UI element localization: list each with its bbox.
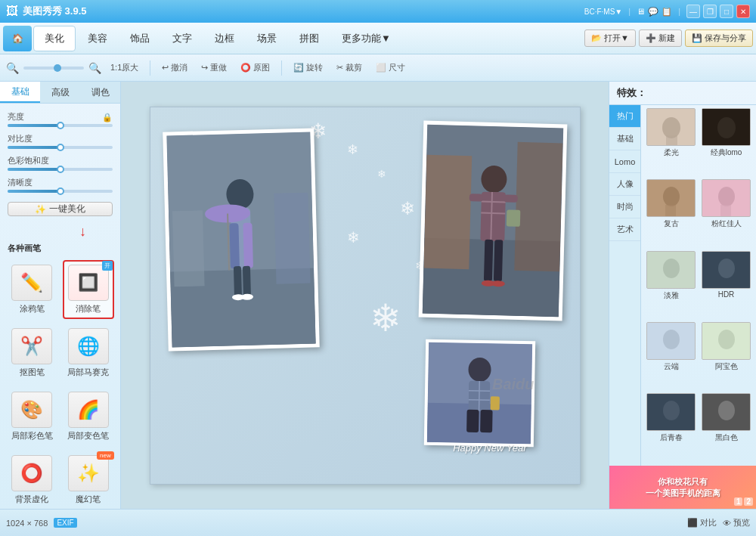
title-bar-left: 🖼 美图秀秀 3.9.5 bbox=[6, 5, 87, 18]
left-tabs: 基础 高级 调色 bbox=[0, 82, 120, 104]
effect-label-retro: 复古 bbox=[664, 218, 679, 229]
maximize-button[interactable]: □ bbox=[720, 5, 733, 18]
svg-point-57 bbox=[663, 330, 680, 349]
menu-item-text[interactable]: 文字 bbox=[162, 26, 203, 51]
new-button[interactable]: ➕ 新建 bbox=[639, 29, 682, 47]
menu-item-accessories[interactable]: 饰品 bbox=[119, 26, 160, 51]
saturation-slider[interactable] bbox=[8, 168, 113, 171]
photo-image-3 bbox=[426, 342, 531, 443]
svg-rect-8 bbox=[233, 266, 241, 296]
svg-rect-24 bbox=[503, 194, 517, 202]
size-icon: ⬜ bbox=[376, 63, 386, 73]
cat-portrait[interactable]: 人像 bbox=[609, 173, 640, 196]
effect-thumb-bw bbox=[702, 393, 751, 431]
ad-nav: 1 2 bbox=[734, 497, 753, 506]
home-button[interactable]: 🏠 bbox=[3, 26, 32, 51]
effect-preview-bw bbox=[702, 394, 751, 431]
size-button[interactable]: ⬜ 尺寸 bbox=[371, 60, 410, 75]
menu-item-more[interactable]: 更多功能▼ bbox=[331, 26, 401, 51]
rotate-button[interactable]: 🔄 旋转 bbox=[289, 60, 327, 75]
zoom-icon: 🔍 bbox=[88, 62, 101, 74]
effect-pink[interactable]: 粉红佳人 bbox=[699, 179, 753, 249]
photo-frame-2 bbox=[418, 120, 567, 321]
cat-lomo[interactable]: Lomo bbox=[609, 150, 640, 173]
brush-item-mosaic[interactable]: 🌐 局部马赛克 bbox=[63, 324, 115, 383]
cat-hot[interactable]: 热门 bbox=[609, 105, 640, 128]
effect-elegant[interactable]: 淡雅 bbox=[644, 251, 698, 321]
cat-art[interactable]: 艺术 bbox=[609, 218, 640, 241]
zoom-thumb[interactable] bbox=[54, 64, 61, 72]
menu-item-collage[interactable]: 拼图 bbox=[289, 26, 330, 51]
menu-item-border[interactable]: 边框 bbox=[204, 26, 245, 51]
effect-hdr[interactable]: HDR bbox=[699, 251, 753, 321]
contrast-slider[interactable] bbox=[8, 146, 113, 149]
effect-bw[interactable]: 黑白色 bbox=[699, 393, 753, 463]
effect-baby[interactable]: 阿宝色 bbox=[699, 322, 753, 392]
close-button[interactable]: ✕ bbox=[736, 5, 750, 18]
svg-rect-5 bbox=[243, 222, 253, 268]
effect-lomo[interactable]: 经典lomo bbox=[699, 108, 753, 178]
menu-item-scene[interactable]: 场景 bbox=[246, 26, 287, 51]
contrast-knob[interactable] bbox=[57, 144, 64, 151]
brush-item-color[interactable]: 🎨 局部彩色笔 bbox=[6, 387, 58, 446]
menu-label-scene: 场景 bbox=[257, 32, 277, 45]
brush-item-cutout[interactable]: ✂️ 抠图笔 bbox=[6, 324, 58, 383]
toolbar: 🔍 🔍 1:1原大 ↩ 撤消 ↪ 重做 ⭕ 原图 🔄 旋转 ✂ 裁剪 ⬜ 尺寸 bbox=[0, 54, 756, 82]
title-bar-right: BC·F·MS▼ | 🖥 💬 📋 | — ❐ □ ✕ bbox=[584, 5, 750, 18]
effects-categories: 热门 基础 Lomo 人像 时尚 艺术 bbox=[609, 105, 641, 466]
brush-item-blur[interactable]: ⭕ 背景虚化 bbox=[6, 451, 58, 509]
app-icon: 🖼 bbox=[6, 5, 18, 18]
open-button[interactable]: 📂 打开▼ bbox=[584, 29, 636, 47]
menu-label-accessories: 饰品 bbox=[130, 32, 150, 45]
sharpness-slider[interactable] bbox=[8, 190, 113, 193]
restore-button[interactable]: ❐ bbox=[703, 5, 717, 18]
ad-banner[interactable]: 你和校花只有一个美图手机的距离 1 2 bbox=[609, 466, 756, 509]
canvas-area[interactable]: ❄ ❄ ❄ ❄ ❄ ❄ ❄ ❄ ❄ ❄ ❄ bbox=[121, 82, 609, 509]
brush-section-title: 各种画笔 bbox=[0, 240, 120, 257]
tab-basic[interactable]: 基础 bbox=[0, 82, 40, 103]
image-size-label: 1024 × 768 bbox=[6, 519, 48, 528]
photo-frame-1 bbox=[163, 128, 320, 351]
redo-button[interactable]: ↪ 重做 bbox=[197, 60, 231, 75]
undo-button[interactable]: ↩ 撤消 bbox=[157, 60, 192, 75]
compare-button[interactable]: ⬛ 对比 bbox=[687, 517, 717, 528]
bc-label: BC·F·MS▼ bbox=[584, 8, 622, 16]
zoom-slider[interactable] bbox=[23, 67, 84, 70]
brush-label-color: 局部彩色笔 bbox=[11, 430, 53, 442]
save-button[interactable]: 💾 保存与分享 bbox=[685, 29, 753, 47]
svg-rect-9 bbox=[242, 265, 250, 296]
cat-fashion[interactable]: 时尚 bbox=[609, 196, 640, 218]
exif-badge[interactable]: EXIF bbox=[54, 518, 76, 528]
auto-beautify-button[interactable]: ✨ 一键美化 bbox=[8, 202, 113, 216]
undo-icon: ↩ bbox=[162, 63, 169, 73]
preview-button[interactable]: 👁 预览 bbox=[723, 517, 750, 528]
brush-item-eraser[interactable]: 🔲 开 消除笔 bbox=[63, 260, 115, 319]
original-button[interactable]: ⭕ 原图 bbox=[236, 60, 274, 75]
effect-preview-retro bbox=[647, 180, 696, 217]
tab-color[interactable]: 调色 bbox=[80, 82, 120, 103]
svg-rect-45 bbox=[702, 109, 751, 146]
ad-page-2[interactable]: 2 bbox=[744, 497, 753, 506]
sharpness-knob[interactable] bbox=[57, 187, 64, 195]
effect-soft[interactable]: 柔光 bbox=[644, 108, 698, 178]
brush-icon-colorchange: 🌈 bbox=[68, 392, 109, 428]
saturation-knob[interactable] bbox=[57, 166, 64, 173]
effect-cloud[interactable]: 云端 bbox=[644, 322, 698, 392]
effect-preview-elegant bbox=[647, 252, 696, 289]
crop-button[interactable]: ✂ 裁剪 bbox=[332, 60, 367, 75]
effect-retro[interactable]: 复古 bbox=[644, 179, 698, 249]
menu-item-beauty[interactable]: 美化 bbox=[33, 26, 76, 51]
effect-youth[interactable]: 后青春 bbox=[644, 393, 698, 463]
menu-item-cosmetic[interactable]: 美容 bbox=[77, 26, 118, 51]
minimize-button[interactable]: — bbox=[686, 5, 700, 18]
cat-basic[interactable]: 基础 bbox=[609, 128, 640, 150]
zoom-label[interactable]: 1:1原大 bbox=[106, 60, 143, 75]
brush-item-magic[interactable]: ✨ new 魔幻笔 bbox=[63, 451, 115, 509]
brush-item-graffiti[interactable]: ✏️ 涂鸦笔 bbox=[6, 260, 58, 319]
tab-advanced[interactable]: 高级 bbox=[40, 82, 80, 103]
brush-item-colorchange[interactable]: 🌈 局部变色笔 bbox=[63, 387, 115, 446]
brightness-slider[interactable] bbox=[8, 124, 113, 127]
ad-page-1[interactable]: 1 bbox=[734, 497, 743, 506]
brightness-knob[interactable] bbox=[57, 122, 64, 129]
app-title: 美图秀秀 3.9.5 bbox=[23, 5, 87, 18]
